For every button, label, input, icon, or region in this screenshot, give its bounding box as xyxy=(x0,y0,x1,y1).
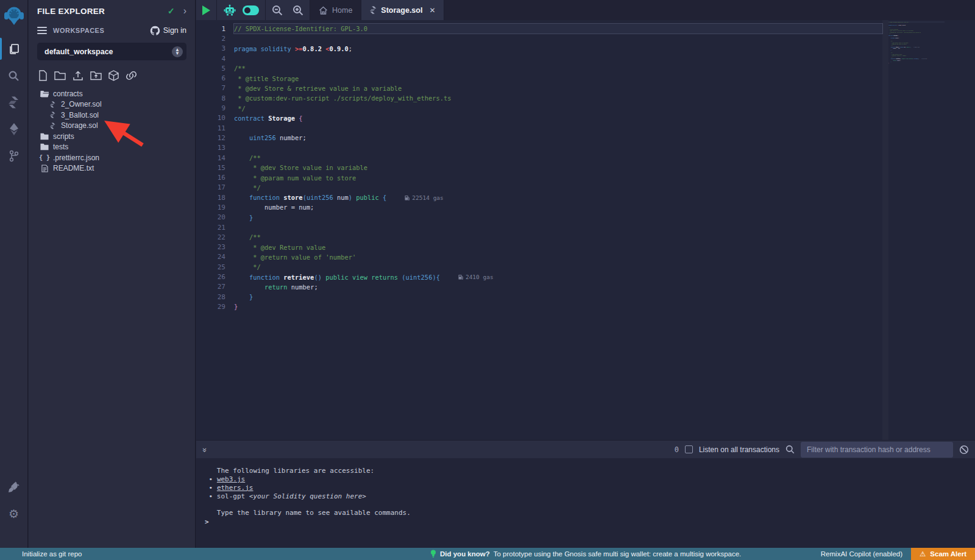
gas-estimate-badge: 2410 gas xyxy=(458,274,494,280)
code-line-23[interactable]: 23 * @dev Return value xyxy=(196,243,882,252)
code-line-29[interactable]: 29} xyxy=(196,302,882,311)
tree-item-label: Storage.sol xyxy=(61,121,98,130)
tab-close-icon[interactable]: ✕ xyxy=(429,6,435,15)
terminal-line: • web3.js xyxy=(205,475,975,484)
listen-label: Listen on all transactions xyxy=(699,445,779,454)
remix-logo-icon[interactable] xyxy=(4,5,24,27)
code-line-22[interactable]: 22 /** xyxy=(196,232,882,242)
code-line-6[interactable]: 6 * @title Storage xyxy=(196,73,882,83)
scam-alert-button[interactable]: ⚠ Scam Alert xyxy=(911,548,975,560)
tree-item-contracts[interactable]: contracts xyxy=(29,88,195,99)
transaction-filter-input[interactable] xyxy=(801,442,953,458)
workspace-stepper-icon[interactable]: ▲▼ xyxy=(172,46,183,57)
code-line-7[interactable]: 7 * @dev Store & retrieve value in a var… xyxy=(196,83,882,93)
tree-item-2-owner-sol[interactable]: 2_Owner.sol xyxy=(29,99,195,110)
tab-home[interactable]: Home xyxy=(310,0,361,20)
code-line-18[interactable]: 18 function store(uint256 num) public {2… xyxy=(196,193,882,202)
code-line-11[interactable]: 11 xyxy=(196,123,882,133)
code-line-20[interactable]: 20 } xyxy=(196,213,882,222)
tab-storage-sol[interactable]: Storage.sol ✕ xyxy=(361,0,444,20)
editor-toolbar: Home Storage.sol ✕ xyxy=(196,0,975,20)
settings-gear-icon[interactable]: ⚙ xyxy=(0,500,28,527)
text-file-icon xyxy=(40,165,49,172)
code-line-9[interactable]: 9 */ xyxy=(196,103,882,113)
editor-minimap[interactable]: 1// SPDX-License-Identifier: GPL-3.023pr… xyxy=(888,21,945,74)
code-area[interactable]: 1// SPDX-License-Identifier: GPL-3.023pr… xyxy=(196,24,882,312)
code-line-13[interactable]: 13 xyxy=(196,143,882,153)
solidity-icon xyxy=(370,6,377,14)
code-line-17[interactable]: 17 */ xyxy=(196,183,882,193)
workspace-selected-value: default_workspace xyxy=(44,48,172,56)
code-line-24[interactable]: 24 * @return value of 'number' xyxy=(196,252,882,262)
tree-item-tests[interactable]: tests xyxy=(29,142,195,153)
tree-item--prettierrc-json[interactable]: { }.prettierrc.json xyxy=(29,152,195,163)
code-line-14[interactable]: 14 /** xyxy=(196,153,882,163)
tree-item-scripts[interactable]: scripts xyxy=(29,131,195,142)
tree-item-3-ballot-sol[interactable]: 3_Ballot.sol xyxy=(29,110,195,121)
code-line-4[interactable]: 4 xyxy=(196,54,882,63)
line-number: 16 xyxy=(196,174,234,182)
tree-item-label: README.txt xyxy=(53,164,94,172)
zoom-in-icon[interactable] xyxy=(292,5,303,16)
sign-in-button[interactable]: Sign in xyxy=(150,26,186,35)
terminal-line: • sol-gpt <your Solidity question here> xyxy=(205,492,975,501)
code-line-26[interactable]: 26 function retrieve() public view retur… xyxy=(196,272,882,282)
tab-strip: Home Storage.sol ✕ xyxy=(310,0,975,20)
code-line-19[interactable]: 19 number = num; xyxy=(196,202,882,212)
tree-item-label: 2_Owner.sol xyxy=(61,100,102,108)
code-line-10[interactable]: 10contract Storage { xyxy=(196,113,882,123)
code-line-21[interactable]: 21 xyxy=(196,222,882,232)
copilot-status[interactable]: RemixAI Copilot (enabled) xyxy=(821,550,902,558)
copilot-toggle[interactable] xyxy=(243,5,259,15)
line-number: 5 xyxy=(196,65,234,73)
hamburger-menu-icon[interactable] xyxy=(37,27,47,34)
new-file-icon[interactable] xyxy=(38,70,48,81)
run-script-button[interactable] xyxy=(202,5,210,15)
code-line-2[interactable]: 2 xyxy=(196,34,882,43)
tip-bold-text: Did you know? xyxy=(440,550,490,558)
code-line-28[interactable]: 28 } xyxy=(196,292,882,302)
remixai-robot-icon[interactable] xyxy=(223,4,236,16)
code-line-3[interactable]: 3pragma solidity >=0.8.2 <0.9.0; xyxy=(196,44,882,54)
tree-item-readme-txt[interactable]: README.txt xyxy=(29,163,195,174)
upload-file-icon[interactable] xyxy=(73,71,83,81)
file-explorer-icon[interactable] xyxy=(0,35,28,62)
editor-scrollbar[interactable] xyxy=(882,20,888,440)
code-line-25[interactable]: 25 */ xyxy=(196,262,882,272)
line-number: 11 xyxy=(196,124,234,132)
code-line-5[interactable]: 5/** xyxy=(196,63,882,73)
lightbulb-icon xyxy=(430,550,436,558)
cube-icon[interactable] xyxy=(108,70,119,81)
deploy-and-run-icon[interactable] xyxy=(0,116,28,143)
plugin-manager-icon[interactable] xyxy=(0,473,28,500)
chevron-right-icon[interactable]: › xyxy=(183,6,186,16)
solidity-compiler-icon[interactable] xyxy=(0,89,28,116)
tree-item-label: contracts xyxy=(53,90,83,98)
code-line-27[interactable]: 27 return number; xyxy=(196,282,882,292)
code-line-1[interactable]: 1// SPDX-License-Identifier: GPL-3.0 xyxy=(196,24,882,34)
terminal-prompt[interactable]: > xyxy=(205,518,209,526)
workspace-selector[interactable]: default_workspace ▲▼ xyxy=(37,43,186,60)
code-line-16[interactable]: 16 * @param num value to store xyxy=(196,172,882,182)
code-line-15[interactable]: 15 * @dev Store value in variable xyxy=(196,163,882,172)
collapse-terminal-icon[interactable]: » xyxy=(200,448,210,451)
terminal-output[interactable]: The following libraries are accessible: … xyxy=(196,458,975,548)
listen-checkbox[interactable] xyxy=(685,445,693,453)
tree-item-label: scripts xyxy=(53,132,74,141)
tree-item-storage-sol[interactable]: Storage.sol xyxy=(29,121,195,132)
line-number: 24 xyxy=(196,253,234,261)
new-folder-icon[interactable] xyxy=(54,71,66,80)
code-line-8[interactable]: 8 * @custom:dev-run-script ./scripts/dep… xyxy=(196,93,882,103)
code-line-12[interactable]: 12 uint256 number; xyxy=(196,133,882,143)
zoom-out-icon[interactable] xyxy=(272,5,283,16)
clear-console-icon[interactable] xyxy=(959,445,969,455)
git-init-button[interactable]: Initialize as git repo xyxy=(22,550,82,558)
code-line-29[interactable]: 29} xyxy=(888,63,945,64)
code-editor[interactable]: 1// SPDX-License-Identifier: GPL-3.023pr… xyxy=(196,20,975,440)
upload-folder-icon[interactable] xyxy=(90,71,102,80)
panel-title: FILE EXPLORER xyxy=(37,7,168,16)
main-area: Home Storage.sol ✕ 1// SPDX-License-Iden… xyxy=(196,0,975,548)
link-icon[interactable] xyxy=(126,71,137,80)
search-icon[interactable] xyxy=(0,62,28,89)
git-icon[interactable] xyxy=(0,143,28,169)
